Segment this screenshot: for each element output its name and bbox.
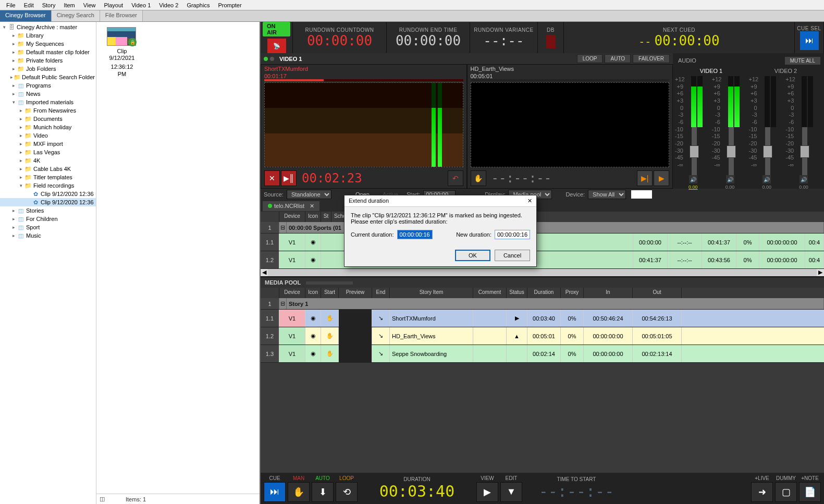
dummy-button[interactable]: ▢ [775,482,797,502]
menu-video1[interactable]: Video 1 [127,1,155,9]
tree-root[interactable]: ▾🗄 Cinegy Archive : master [0,23,96,31]
tab-file-browser[interactable]: File Browser [100,10,143,21]
new-duration-input[interactable] [495,230,530,239]
tree-item[interactable]: ▸◫Sport [0,223,96,231]
menu-video2[interactable]: Video 2 [155,1,182,9]
tab-cinegy-browser[interactable]: Cinegy Browser [0,10,52,21]
audio-meter-3[interactable]: +12+9+6+30-3-6-10-15-20-30-45-∞🔊0.00 [785,76,822,178]
ok-button[interactable]: OK [455,250,490,261]
tree-item[interactable]: ▸📁My Sequences [0,40,96,48]
endtime-label: RUNDOWN END TIME [399,27,458,33]
antenna-button[interactable]: 📡 [267,39,286,53]
tree-item[interactable]: ▸📁Documents [0,115,96,123]
hand-icon[interactable]: ✋ [471,170,486,186]
status-dot-grey [270,57,274,61]
man-button[interactable]: ✋ [288,482,310,502]
menu-graphics[interactable]: Graphics [182,1,214,9]
loop-label: LOOP [339,475,354,481]
tree-item[interactable]: ▸◫Programs [0,81,96,90]
tree-item[interactable]: ▸📁From Newswires [0,106,96,115]
tree-item[interactable]: ▸📁Library [0,31,96,40]
edit-button[interactable]: ▼ [500,482,522,502]
menu-prompter[interactable]: Prompter [214,1,245,9]
current-duration-input[interactable] [397,230,433,239]
live-button[interactable]: ➜ [751,482,773,502]
step-button[interactable]: ▶| [637,170,653,186]
pause-button[interactable]: ▶║ [281,170,297,186]
dummy-label: DUMMY [776,475,796,481]
tree-item[interactable]: ▸📁Las Vegas [0,148,96,156]
audio-v1-tab[interactable]: VIDEO 1 [674,67,748,75]
folder-tree[interactable]: ▾🗄 Cinegy Archive : master ▸📁Library▸📁My… [0,22,96,504]
view-button[interactable]: ▶ [476,482,498,502]
mute-all-button[interactable]: MUTE ALL [784,56,821,65]
menu-edit[interactable]: Edit [20,1,38,9]
tree-item[interactable]: ▸📁Cable Labs 4K [0,165,96,173]
man-label: MAN [293,475,304,481]
note-button[interactable]: 📄 [799,482,821,502]
tree-item[interactable]: ▸◫Music [0,231,96,240]
auto-label: AUTO [315,475,330,481]
tree-item[interactable]: ▸📁Default master clip folder [0,48,96,56]
tree-item[interactable]: ▸◫For Children [0,215,96,223]
mediapool-row[interactable]: 1.3V1◉✋↘Seppe Snowboarding00:02:140%00:0… [261,345,824,363]
menu-playout[interactable]: Playout [100,1,127,9]
v2-clip-name: HD_Earth_Views [471,66,514,72]
playlist-tab[interactable]: telo.NCRlist✕ [263,201,319,211]
v1-preview[interactable] [264,82,463,167]
tree-root-label: Cinegy Archive : master [17,24,77,30]
tree-item[interactable]: ✿Clip 9/12/2020 12:36 [0,198,96,206]
onair-badge: ON AIR [263,22,290,36]
cue-sel-button[interactable]: ⏭ [800,31,819,50]
failover-button[interactable]: FAILOVER [633,54,670,63]
return-icon[interactable]: ↶ [448,170,463,186]
loop-bottom-button[interactable]: ⟲ [336,482,358,502]
tree-item[interactable]: ✿Clip 9/12/2020 12:36 [0,190,96,198]
tree-item[interactable]: ▸📁MXF import [0,140,96,148]
menu-story[interactable]: Story [38,1,60,9]
tree-item[interactable]: ▸📁Munich holiday [0,123,96,131]
tree-item[interactable]: ▸📁Titler templates [0,173,96,181]
dialog-title: Extend duration [349,198,389,204]
v2-preview[interactable] [471,82,670,167]
audio-meter-0[interactable]: +12+9+6+30-3-6-10-15-20-30-45-∞🔊0.00 [675,76,711,178]
loop-button[interactable]: LOOP [577,54,603,63]
bottom-bar: CUE ⏭ MAN ✋ AUTO ⬇ LOOP ⟲ DURATION 00:03… [261,473,824,504]
edit-label: EDIT [506,475,518,481]
audio-v2-tab[interactable]: VIDEO 2 [748,67,823,75]
tree-item[interactable]: ▾📁Field recordings [0,181,96,190]
close-button[interactable]: ✕ [264,170,280,186]
menu-item[interactable]: Item [59,1,79,9]
cancel-button[interactable]: Cancel [495,250,530,261]
clip-name: Clip 9/12/2021 [107,48,137,62]
tree-item[interactable]: ▾◫Imported materials [0,98,96,106]
mediapool-row[interactable]: 1.2V1◉✋↘HD_Earth_Views▲00:05:010%00:00:0… [261,327,824,345]
device-select[interactable]: Show All [588,190,626,199]
tree-item[interactable]: ▸📁Job Folders [0,65,96,73]
tree-item[interactable]: ▸📁Private folders [0,56,96,65]
source-select[interactable]: Standalone [287,190,331,199]
items-count: Items: 1 [126,496,146,502]
mp-story-header[interactable]: Story 1 [287,298,824,309]
tree-item[interactable]: ▸◫News [0,90,96,98]
audio-meter-1[interactable]: +12+9+6+30-3-6-10-15-20-30-45-∞🔊0.00 [712,76,748,178]
clip-thumbnail[interactable]: 🔒 Clip 9/12/2021 12:36:12 PM [107,27,137,78]
tree-item[interactable]: ▸📁Video [0,131,96,140]
play-button[interactable]: ▶ [654,170,669,186]
v1-clip-name: ShortTXMumford [264,66,308,72]
menu-view[interactable]: View [79,1,100,9]
auto-bottom-button[interactable]: ⬇ [312,482,334,502]
audio-meter-2[interactable]: +12+9+6+30-3-6-10-15-20-30-45-∞🔊0.00 [749,76,785,178]
v2-timecode: --:--:-- [487,171,636,186]
tab-cinegy-search[interactable]: Cinegy Search [52,10,100,21]
menu-file[interactable]: File [2,1,20,9]
mediapool-row[interactable]: 1.1V1◉✋↘ShortTXMumford▶00:03:400%00:50:4… [261,310,824,327]
tree-item[interactable]: ▸📁4K [0,156,96,165]
v1-duration: 00:01:17 [261,73,466,79]
cue-button[interactable]: ⏭ [264,482,286,502]
tree-item[interactable]: ▸📁Default Public Search Folder [0,73,96,81]
mediapool-header: MEDIA POOL [261,276,824,288]
dialog-close-icon[interactable]: ✕ [527,198,532,204]
tree-item[interactable]: ▸◫Stories [0,206,96,215]
auto-button[interactable]: AUTO [605,54,631,63]
